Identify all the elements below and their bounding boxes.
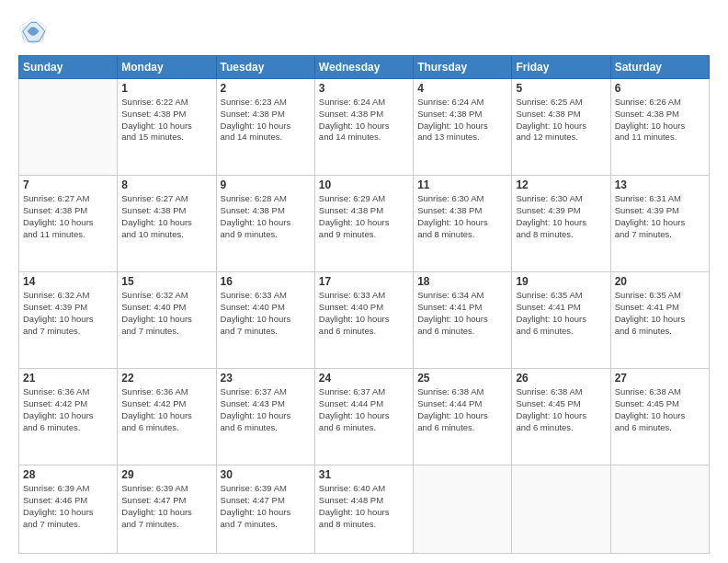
day-number: 9 [221, 178, 311, 191]
day-cell: 5Sunrise: 6:25 AMSunset: 4:38 PMDaylight… [512, 79, 610, 176]
day-cell [414, 465, 512, 554]
day-cell: 25Sunrise: 6:38 AMSunset: 4:44 PMDayligh… [414, 369, 512, 465]
day-cell: 15Sunrise: 6:32 AMSunset: 4:40 PMDayligh… [118, 272, 216, 369]
day-number: 27 [615, 372, 705, 385]
day-number: 3 [319, 82, 409, 95]
day-cell: 13Sunrise: 6:31 AMSunset: 4:39 PMDayligh… [610, 176, 709, 272]
week-row-4: 28Sunrise: 6:39 AMSunset: 4:46 PMDayligh… [19, 465, 710, 554]
day-number: 4 [417, 82, 507, 95]
day-cell [19, 79, 118, 176]
day-cell: 19Sunrise: 6:35 AMSunset: 4:41 PMDayligh… [512, 272, 610, 369]
day-number: 10 [319, 178, 409, 191]
day-number: 12 [516, 178, 606, 191]
logo [18, 17, 51, 46]
logo-icon [18, 17, 48, 46]
day-number: 31 [319, 468, 409, 481]
day-info: Sunrise: 6:23 AMSunset: 4:38 PMDaylight:… [221, 97, 311, 144]
day-number: 13 [615, 178, 705, 191]
day-info: Sunrise: 6:33 AMSunset: 4:40 PMDaylight:… [221, 290, 311, 337]
calendar-body: 1Sunrise: 6:22 AMSunset: 4:38 PMDaylight… [19, 79, 710, 554]
day-cell: 24Sunrise: 6:37 AMSunset: 4:44 PMDayligh… [314, 369, 413, 465]
day-cell: 7Sunrise: 6:27 AMSunset: 4:38 PMDaylight… [19, 176, 118, 272]
week-row-3: 21Sunrise: 6:36 AMSunset: 4:42 PMDayligh… [19, 369, 710, 465]
day-info: Sunrise: 6:39 AMSunset: 4:47 PMDaylight:… [221, 483, 311, 530]
day-info: Sunrise: 6:37 AMSunset: 4:44 PMDaylight:… [319, 386, 409, 433]
day-info: Sunrise: 6:36 AMSunset: 4:42 PMDaylight:… [23, 386, 113, 433]
day-cell: 4Sunrise: 6:24 AMSunset: 4:38 PMDaylight… [414, 79, 512, 176]
day-info: Sunrise: 6:38 AMSunset: 4:45 PMDaylight:… [516, 386, 606, 433]
day-number: 30 [221, 468, 311, 481]
day-number: 26 [516, 372, 606, 385]
day-number: 18 [417, 275, 507, 288]
week-row-0: 1Sunrise: 6:22 AMSunset: 4:38 PMDaylight… [19, 79, 710, 176]
day-info: Sunrise: 6:35 AMSunset: 4:41 PMDaylight:… [516, 290, 606, 337]
day-info: Sunrise: 6:39 AMSunset: 4:47 PMDaylight:… [121, 483, 211, 530]
day-cell: 14Sunrise: 6:32 AMSunset: 4:39 PMDayligh… [19, 272, 118, 369]
day-cell: 28Sunrise: 6:39 AMSunset: 4:46 PMDayligh… [19, 465, 118, 554]
day-cell: 16Sunrise: 6:33 AMSunset: 4:40 PMDayligh… [216, 272, 314, 369]
day-cell: 11Sunrise: 6:30 AMSunset: 4:38 PMDayligh… [414, 176, 512, 272]
day-cell: 10Sunrise: 6:29 AMSunset: 4:38 PMDayligh… [314, 176, 413, 272]
day-cell: 22Sunrise: 6:36 AMSunset: 4:42 PMDayligh… [118, 369, 216, 465]
day-cell: 17Sunrise: 6:33 AMSunset: 4:40 PMDayligh… [314, 272, 413, 369]
day-info: Sunrise: 6:22 AMSunset: 4:38 PMDaylight:… [121, 97, 211, 144]
day-cell: 30Sunrise: 6:39 AMSunset: 4:47 PMDayligh… [216, 465, 314, 554]
day-cell [610, 465, 709, 554]
day-info: Sunrise: 6:26 AMSunset: 4:38 PMDaylight:… [615, 97, 705, 144]
day-number: 19 [516, 275, 606, 288]
header-day-sunday: Sunday [19, 56, 118, 79]
day-info: Sunrise: 6:37 AMSunset: 4:43 PMDaylight:… [221, 386, 311, 433]
day-number: 15 [121, 275, 211, 288]
day-cell: 9Sunrise: 6:28 AMSunset: 4:38 PMDaylight… [216, 176, 314, 272]
day-info: Sunrise: 6:30 AMSunset: 4:38 PMDaylight:… [417, 193, 507, 240]
calendar-header: SundayMondayTuesdayWednesdayThursdayFrid… [19, 56, 710, 79]
day-number: 14 [23, 275, 113, 288]
day-number: 5 [516, 82, 606, 95]
day-number: 23 [221, 372, 311, 385]
day-info: Sunrise: 6:33 AMSunset: 4:40 PMDaylight:… [319, 290, 409, 337]
day-cell: 12Sunrise: 6:30 AMSunset: 4:39 PMDayligh… [512, 176, 610, 272]
header-row: SundayMondayTuesdayWednesdayThursdayFrid… [19, 56, 710, 79]
day-number: 29 [121, 468, 211, 481]
page: SundayMondayTuesdayWednesdayThursdayFrid… [0, 0, 728, 563]
day-cell: 3Sunrise: 6:24 AMSunset: 4:38 PMDaylight… [314, 79, 413, 176]
day-number: 11 [417, 178, 507, 191]
day-number: 21 [23, 372, 113, 385]
day-info: Sunrise: 6:36 AMSunset: 4:42 PMDaylight:… [121, 386, 211, 433]
day-number: 17 [319, 275, 409, 288]
day-number: 2 [221, 82, 311, 95]
day-info: Sunrise: 6:34 AMSunset: 4:41 PMDaylight:… [417, 290, 507, 337]
day-cell: 23Sunrise: 6:37 AMSunset: 4:43 PMDayligh… [216, 369, 314, 465]
day-number: 8 [121, 178, 211, 191]
day-cell [512, 465, 610, 554]
day-cell: 31Sunrise: 6:40 AMSunset: 4:48 PMDayligh… [314, 465, 413, 554]
week-row-1: 7Sunrise: 6:27 AMSunset: 4:38 PMDaylight… [19, 176, 710, 272]
day-info: Sunrise: 6:27 AMSunset: 4:38 PMDaylight:… [23, 193, 113, 240]
day-info: Sunrise: 6:27 AMSunset: 4:38 PMDaylight:… [121, 193, 211, 240]
day-number: 24 [319, 372, 409, 385]
day-number: 28 [23, 468, 113, 481]
day-number: 25 [417, 372, 507, 385]
day-info: Sunrise: 6:32 AMSunset: 4:39 PMDaylight:… [23, 290, 113, 337]
day-cell: 27Sunrise: 6:38 AMSunset: 4:45 PMDayligh… [610, 369, 709, 465]
day-info: Sunrise: 6:25 AMSunset: 4:38 PMDaylight:… [516, 97, 606, 144]
day-info: Sunrise: 6:32 AMSunset: 4:40 PMDaylight:… [121, 290, 211, 337]
day-info: Sunrise: 6:39 AMSunset: 4:46 PMDaylight:… [23, 483, 113, 530]
day-cell: 20Sunrise: 6:35 AMSunset: 4:41 PMDayligh… [610, 272, 709, 369]
day-cell: 8Sunrise: 6:27 AMSunset: 4:38 PMDaylight… [118, 176, 216, 272]
day-info: Sunrise: 6:24 AMSunset: 4:38 PMDaylight:… [319, 97, 409, 144]
day-info: Sunrise: 6:38 AMSunset: 4:44 PMDaylight:… [417, 386, 507, 433]
header-day-thursday: Thursday [414, 56, 512, 79]
week-row-2: 14Sunrise: 6:32 AMSunset: 4:39 PMDayligh… [19, 272, 710, 369]
day-info: Sunrise: 6:40 AMSunset: 4:48 PMDaylight:… [319, 483, 409, 530]
header-day-friday: Friday [512, 56, 610, 79]
day-cell: 18Sunrise: 6:34 AMSunset: 4:41 PMDayligh… [414, 272, 512, 369]
calendar-table: SundayMondayTuesdayWednesdayThursdayFrid… [18, 55, 710, 554]
day-info: Sunrise: 6:29 AMSunset: 4:38 PMDaylight:… [319, 193, 409, 240]
day-cell: 2Sunrise: 6:23 AMSunset: 4:38 PMDaylight… [216, 79, 314, 176]
day-cell: 29Sunrise: 6:39 AMSunset: 4:47 PMDayligh… [118, 465, 216, 554]
day-info: Sunrise: 6:38 AMSunset: 4:45 PMDaylight:… [615, 386, 705, 433]
day-info: Sunrise: 6:24 AMSunset: 4:38 PMDaylight:… [417, 97, 507, 144]
day-number: 20 [615, 275, 705, 288]
day-number: 7 [23, 178, 113, 191]
